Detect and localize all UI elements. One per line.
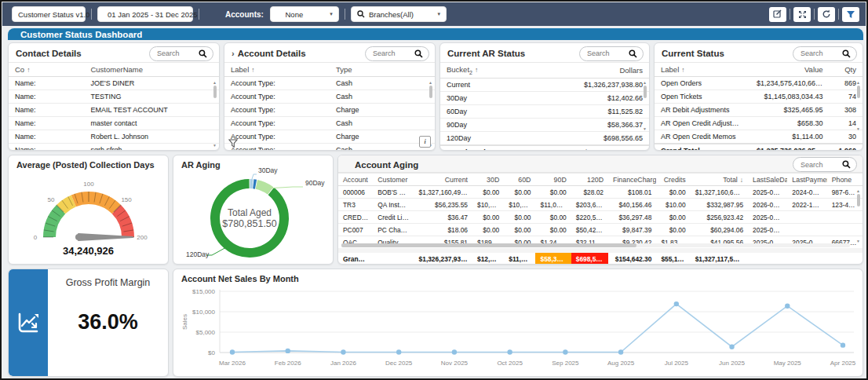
grand-total-cell: 1,960 (830, 144, 863, 151)
vertical-scrollbar[interactable]: ▲▼ (855, 80, 862, 131)
horizontal-scrollbar[interactable] (341, 243, 850, 247)
search-input[interactable] (371, 49, 410, 58)
search-box[interactable] (149, 46, 213, 61)
table-cell: $11,525.82 (549, 104, 649, 118)
column-header[interactable]: Current (414, 174, 472, 186)
column-header[interactable]: 120D (571, 174, 608, 186)
table-row[interactable]: AR Debit Adjustments$325,465.95308 (655, 104, 863, 117)
table-cell: $0.00 (656, 186, 690, 199)
column-header[interactable]: FinanceCharges (608, 174, 656, 186)
column-header[interactable]: Bucket2↑ (440, 63, 549, 79)
svg-text:Sales: Sales (181, 314, 188, 330)
search-box[interactable] (793, 46, 857, 61)
grand-total-cell (827, 250, 863, 265)
column-header[interactable]: Dollars (549, 63, 649, 79)
table-cell: sgrh sfrgh (84, 144, 219, 152)
table-row[interactable]: Name:master contact (9, 117, 219, 130)
account-details-panel: ›Account Details Label↑TypeAccount Type:… (224, 42, 436, 151)
svg-text:200: 200 (137, 234, 148, 241)
table-row[interactable]: Current$1,326,237,938.80 (440, 78, 649, 91)
column-header[interactable]: Value (750, 63, 830, 77)
table-row[interactable]: AR Open Credit Memos$1,114.0030 (655, 130, 863, 144)
table-row[interactable]: Account Type:Cash (224, 144, 435, 152)
table-cell: $0.00 (504, 211, 535, 224)
table-cell: $658.30 (750, 117, 830, 130)
search-input[interactable] (585, 49, 625, 58)
table-row[interactable]: Name:sgrh sfrgh (9, 144, 219, 152)
table-cell: $11,018.72 (535, 199, 571, 211)
column-header[interactable]: 90D (535, 174, 571, 186)
column-header[interactable]: Label↑ (224, 63, 330, 77)
vertical-scrollbar[interactable]: ▲▼ (641, 80, 648, 131)
dashboard-version-select[interactable]: Customer Status v1.0 ▾ (12, 6, 86, 22)
panel-title: Account Aging (345, 160, 418, 170)
table-row[interactable]: 000006BOB'S EXCAVA...$1,327,160,494...$0… (338, 186, 863, 199)
topbar-actions (769, 7, 859, 22)
column-header-row: Label↑ValueQty (655, 63, 863, 77)
search-box[interactable] (793, 157, 857, 172)
table-row[interactable]: 30Day$12,402.66 (440, 91, 649, 104)
column-header[interactable]: Type (330, 63, 435, 77)
column-header[interactable]: 60D (504, 174, 535, 186)
grand-total-cell: Grand Total (338, 250, 373, 265)
refresh-button[interactable] (818, 7, 835, 22)
search-input[interactable] (799, 160, 838, 170)
table-row[interactable]: Name:Robert L. Johnson (9, 130, 219, 144)
grand-total-cell: $58,366.37 (535, 250, 571, 265)
account-details-table: Label↑TypeAccount Type:CashAccount Type:… (224, 62, 435, 151)
table-row[interactable]: AR Open Credit Adjustments$658.3014 (655, 117, 863, 130)
table-row[interactable]: 60Day$11,525.82 (440, 104, 649, 118)
branches-select[interactable]: Branches(All) ▾ (351, 6, 447, 22)
column-header[interactable]: CustomerName (84, 63, 219, 77)
gauge-chart: 050100150200 (14, 171, 163, 247)
table-row[interactable]: Name:TESTING (9, 90, 219, 104)
table-row[interactable]: CREDIT-LMTCredit Limit Ac...$36.47$0.00$… (338, 211, 863, 224)
table-row[interactable]: Account Type:Cash (224, 117, 435, 130)
column-header[interactable]: Total↓ (691, 174, 748, 186)
filter-button[interactable] (842, 7, 859, 22)
table-cell (787, 211, 826, 224)
column-header[interactable]: Customer (373, 174, 414, 186)
table-row[interactable]: 120Day$698,556.65 (440, 131, 649, 145)
table-row[interactable]: TR3QA Installment ...$56,235.55$10,979.7… (338, 199, 863, 211)
column-header[interactable]: LastPaymentDate (787, 174, 826, 186)
vertical-scrollbar[interactable]: ▲▼ (211, 80, 218, 148)
dashboard-version-label: Customer Status v1.0 (18, 10, 89, 19)
table-row[interactable]: Name:EMAIL TEST ACCOUNT (9, 104, 219, 117)
column-header[interactable]: LastSaleDate (748, 174, 787, 186)
collapse-chevron[interactable]: › (232, 49, 235, 58)
column-header[interactable]: Label↑ (655, 63, 750, 77)
vertical-scrollbar[interactable]: ▲▼ (855, 188, 862, 243)
table-row[interactable]: Account Type:Cash (224, 77, 435, 90)
table-row[interactable]: 90Day$58,366.37 (440, 118, 649, 131)
search-input[interactable] (799, 49, 838, 58)
info-button[interactable]: i (419, 136, 431, 148)
accounts-select[interactable]: None ▾ (270, 6, 339, 22)
expand-button[interactable] (793, 7, 811, 22)
table-row[interactable]: Account Type:Cash (224, 90, 435, 104)
column-header[interactable]: Credits (656, 174, 690, 186)
table-row[interactable]: Account Type:Charge (224, 104, 435, 117)
table-row[interactable]: Name:JOE'S DINER (9, 77, 219, 90)
gross-profit-margin-card: Gross Profit Margin 36.0% (8, 269, 169, 377)
grand-total-cell (787, 250, 826, 265)
branches-value: Branches(All) (369, 10, 414, 19)
table-cell: Current (440, 78, 549, 91)
search-input[interactable] (155, 49, 195, 58)
column-header[interactable]: Account (338, 174, 373, 186)
edit-button[interactable] (769, 7, 786, 22)
table-row[interactable]: Account Type:Charge (224, 130, 435, 144)
search-box[interactable] (365, 46, 429, 61)
column-header[interactable]: 30D (472, 174, 504, 186)
table-row[interactable]: Open Orders$1,234,575,410,666.96869 (655, 77, 863, 90)
column-header[interactable]: Co↑ (9, 63, 84, 77)
table-row[interactable]: PC007PC Charge$18.06$0.00$0.00$0.00$50,4… (338, 224, 863, 236)
table-cell: CREDIT-LMT (338, 211, 373, 224)
date-range-picker[interactable]: 01 Jan 2025 - 31 Dec 2025 (97, 6, 193, 22)
table-cell: 90Day (440, 118, 549, 131)
column-header[interactable]: Phone (827, 174, 863, 186)
search-box[interactable] (579, 46, 644, 61)
filter-icon[interactable] (228, 139, 238, 148)
column-header[interactable]: Qty (830, 63, 863, 77)
table-row[interactable]: Open Tickets$1,145,083,034.4374 (655, 90, 863, 104)
